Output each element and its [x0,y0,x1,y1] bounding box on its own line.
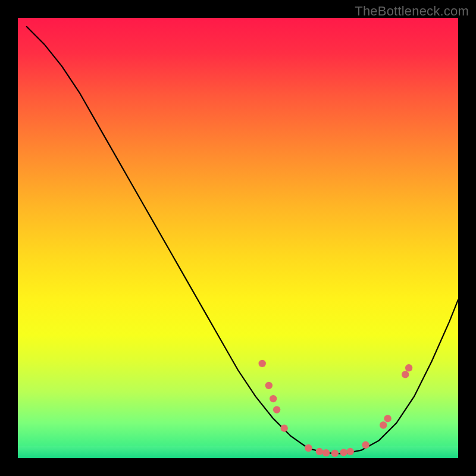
data-point [265,382,273,389]
data-point [259,360,266,367]
data-point [402,371,409,378]
data-point [270,395,277,402]
data-point [322,449,330,456]
chart-frame [18,18,458,458]
data-point [281,425,288,432]
data-point [384,415,391,422]
data-point [316,448,323,455]
data-point [405,364,412,371]
data-point [340,449,347,456]
chart-plot [18,18,458,458]
v-curve [27,27,458,454]
data-point [305,444,312,452]
data-point [380,421,387,428]
data-point [347,448,354,455]
data-points [259,360,413,457]
data-point [362,441,369,449]
data-point [273,406,280,413]
data-point [331,450,339,457]
chart-svg [18,18,458,458]
watermark-text: TheBottleneck.com [355,4,469,19]
